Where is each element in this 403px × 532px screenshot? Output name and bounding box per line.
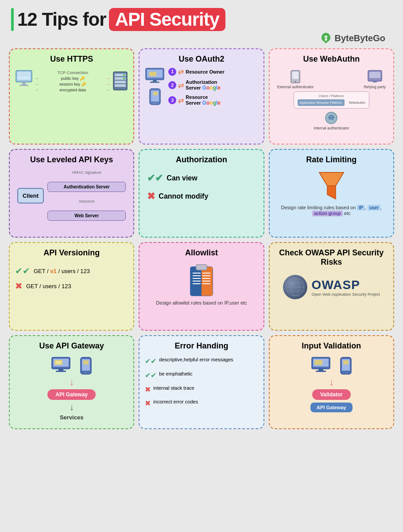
encrypted-label: encrypted data xyxy=(59,88,86,92)
version-bad-label: GET / users / 123 xyxy=(26,283,71,289)
svg-rect-67 xyxy=(314,360,322,365)
card-webauthn: Use WebAuthn External authenticator Rely… xyxy=(269,48,394,145)
card-error: Error Handing ✔✔ descriptive,helpful err… xyxy=(139,335,264,429)
card-apikeys-title: Use Leveled API Keys xyxy=(15,155,128,164)
card-oauth-title: Use OAuth2 xyxy=(145,55,258,64)
monitor-icon-2 xyxy=(51,356,71,374)
svg-rect-19 xyxy=(149,72,156,76)
check-icon-4: ✔✔ xyxy=(145,371,156,380)
title-highlight: API Security xyxy=(109,8,225,31)
arrow-down-2: ↓ xyxy=(70,403,74,411)
apigateway-node: API Gateway xyxy=(310,403,353,412)
can-view-label: Can view xyxy=(167,174,197,182)
card-allowlist: Allowlist xyxy=(139,242,264,331)
arrow-down-1: ↓ xyxy=(70,378,74,387)
clipboard-icon xyxy=(188,263,215,297)
svg-rect-11 xyxy=(115,81,126,83)
owasp-text-block: OWASP Open Web Application Security Proj… xyxy=(312,278,380,297)
check-icon: ✔✔ xyxy=(15,266,30,276)
owasp-sub-text: Open Web Application Security Project xyxy=(312,292,380,297)
svg-rect-23 xyxy=(153,92,158,95)
card-versioning-title: API Versioning xyxy=(15,248,128,258)
svg-rect-28 xyxy=(369,72,380,78)
action-group-tag: action group xyxy=(312,211,343,216)
svg-rect-66 xyxy=(316,371,326,372)
card-rate-title: Rate Limiting xyxy=(275,155,388,164)
svg-rect-6 xyxy=(22,82,26,85)
hmac-label: HMAC signature xyxy=(72,170,101,175)
version-bad: ✖ GET / users / 123 xyxy=(15,281,128,291)
card-authorization: Authorization ✔✔ Can view ✖ Cannot modif… xyxy=(139,149,264,238)
card-authorization-title: Authorization xyxy=(145,155,258,164)
tcp-label: TCP Connection xyxy=(35,70,111,75)
card-https: Use HTTPS TCP xyxy=(9,48,134,145)
arrow-down-3: ↓ xyxy=(329,378,333,387)
svg-point-30 xyxy=(326,112,337,124)
brand: ByteByteGo xyxy=(4,32,399,44)
card-rate-limiting: Rate Limiting Design rate limiting rules… xyxy=(269,149,394,238)
inputval-diagram: ↓ Validator API Gateway xyxy=(275,354,388,415)
brand-name: ByteByteGo xyxy=(335,33,385,43)
svg-point-0 xyxy=(325,38,327,41)
phone-icon xyxy=(149,88,161,106)
check-icon-3: ✔✔ xyxy=(145,357,156,366)
svg-rect-17 xyxy=(153,80,157,82)
card-gateway: Use API Gateway xyxy=(9,335,134,429)
card-https-title: Use HTTPS xyxy=(15,55,128,64)
svg-rect-25 xyxy=(292,72,298,79)
server-icon xyxy=(112,71,128,92)
card-allowlist-title: Allowlist xyxy=(145,248,258,258)
oauth-resource-owner: Resource Owner xyxy=(186,69,224,74)
card-oauth: Use OAuth2 xyxy=(139,48,264,145)
card-input-validation: Input Validation ↓ Validato xyxy=(269,335,394,429)
owasp-main-text: OWASP xyxy=(312,278,380,292)
oauth-num-1: 1 xyxy=(168,68,176,76)
card-input-title: Input Validation xyxy=(275,341,388,351)
double-check-icon: ✔✔ xyxy=(147,172,163,184)
cross-icon-2: ✖ xyxy=(15,281,23,291)
public-key-label: public key 🔑 xyxy=(61,76,85,81)
version-good: ✔✔ GET / v1 / users / 123 xyxy=(15,266,128,276)
error-good-2: ✔✔ be emphathetic xyxy=(145,371,258,380)
error-good-2-label: be emphathetic xyxy=(159,371,192,377)
monitor-icon-3 xyxy=(311,356,331,374)
webauthn-diagram: External authenticator Relying party Cli… xyxy=(275,67,388,138)
rate-diagram: Design rate limiting rules based on IP, … xyxy=(275,168,388,219)
api-gateway-node: API Gateway xyxy=(47,389,96,400)
cross-icon-4: ✖ xyxy=(145,399,151,408)
cross-icon-3: ✖ xyxy=(145,385,151,395)
allowlist-diagram: Design allowlist rules based on IP,user … xyxy=(145,261,258,308)
oauth-diagram: 1 ⇄ Resource Owner 2 ⇄ AuthorizationAuth… xyxy=(145,67,258,106)
webauthn-label: WebAuthn xyxy=(349,101,365,105)
resource-label: resource xyxy=(79,199,94,203)
error-good-1-label: descriptive,helpful error messages xyxy=(159,356,233,363)
card-gateway-title: Use API Gateway xyxy=(15,341,128,351)
owasp-diagram: OWASP Open Web Application Security Proj… xyxy=(275,270,388,304)
card-versioning: API Versioning ✔✔ GET / v1 / users / 123… xyxy=(9,242,134,331)
svg-marker-32 xyxy=(319,172,344,186)
svg-rect-58 xyxy=(55,361,62,364)
external-auth-label: External authenticator xyxy=(277,85,314,89)
web-server-node: Web Server xyxy=(47,211,126,221)
svg-point-70 xyxy=(345,372,347,374)
apikeys-diagram: Client HMAC signature Authentication Ser… xyxy=(15,168,128,223)
error-bad-2: ✖ incorrect error codes xyxy=(145,399,258,408)
svg-rect-62 xyxy=(83,360,89,364)
page-title: 12 Tips for API Security xyxy=(17,8,225,31)
relying-party-label: Relying party xyxy=(364,85,386,89)
oauth-num-3: 3 xyxy=(168,96,176,104)
validator-node: Validator xyxy=(312,389,351,400)
user-tag: user xyxy=(368,205,380,211)
owasp-globe-icon xyxy=(283,275,307,299)
brand-logo-icon xyxy=(320,32,332,44)
https-diagram: TCP Connection →public key 🔑← →session k… xyxy=(15,67,128,95)
svg-point-61 xyxy=(85,372,87,374)
svg-point-14 xyxy=(123,78,125,79)
error-good-1: ✔✔ descriptive,helpful error messages xyxy=(145,356,258,366)
error-bad-1: ✖ internal stack trace xyxy=(145,385,258,395)
monitor-icon xyxy=(145,67,165,84)
app-browser-label: Application Browser Platform xyxy=(298,99,345,106)
session-key-label: session key 🔑 xyxy=(59,82,86,86)
svg-rect-71 xyxy=(343,360,349,364)
svg-rect-29 xyxy=(373,81,377,82)
